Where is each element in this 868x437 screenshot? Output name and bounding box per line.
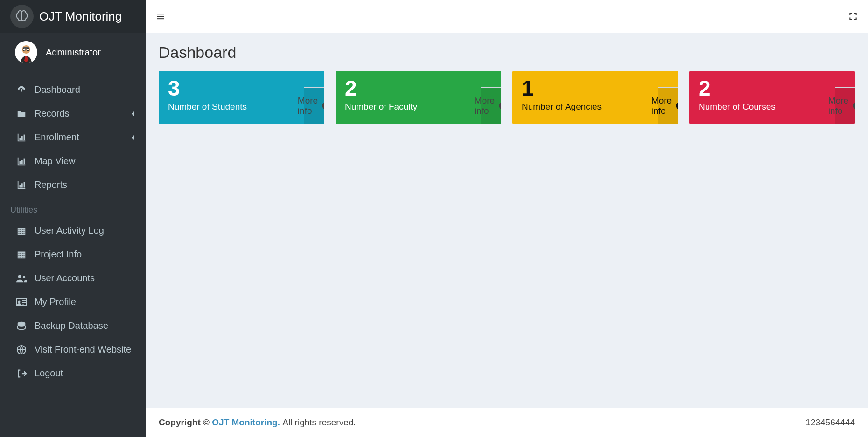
stat-value: 3 (168, 77, 315, 99)
svg-rect-12 (24, 134, 25, 140)
building-icon (16, 250, 27, 260)
footer-brand[interactable]: OJT Monitoring. (212, 417, 280, 427)
stat-label: Number of Agencies (522, 102, 669, 112)
sidebar-item-label: Enrollment (35, 132, 79, 143)
dashboard-icon (16, 85, 27, 95)
footer-left: Copyright © OJT Monitoring. All rights r… (159, 417, 356, 428)
stat-more-info-link[interactable]: More info (835, 87, 855, 124)
svg-rect-14 (21, 160, 23, 164)
arrow-circle-right-icon (675, 101, 678, 111)
brain-icon (10, 5, 34, 28)
database-icon (16, 321, 27, 331)
stat-label: Number of Courses (699, 102, 846, 112)
sidebar-item-label: Records (35, 108, 69, 119)
stat-link-text: More info (828, 96, 848, 116)
svg-rect-24 (22, 302, 26, 303)
svg-rect-10 (19, 138, 21, 140)
globe-icon (16, 345, 27, 355)
app-logo[interactable]: OJT Monitoring (0, 0, 146, 33)
stat-value: 2 (345, 77, 492, 99)
stat-more-info-link[interactable]: More info (658, 87, 678, 124)
svg-rect-18 (24, 182, 25, 187)
sidebar-menu: Dashboard Records Enrollment Map View Re… (0, 73, 146, 385)
svg-point-22 (18, 300, 21, 303)
sidebar-item-dashboard[interactable]: Dashboard (0, 78, 146, 102)
sidebar-item-label: Visit Front-end Website (35, 344, 131, 355)
stat-label: Number of Faculty (345, 102, 492, 112)
chevron-left-icon (131, 134, 135, 141)
svg-point-7 (27, 48, 29, 51)
svg-rect-1 (157, 16, 164, 17)
stat-value: 1 (522, 77, 669, 99)
expand-icon (848, 12, 858, 21)
id-card-icon (16, 297, 27, 307)
svg-rect-11 (21, 136, 23, 140)
sidebar-section-utilities: Utilities (0, 197, 146, 219)
sidebar-item-user-activity-log[interactable]: User Activity Log (0, 219, 146, 243)
svg-point-31 (853, 102, 855, 110)
user-panel: Administrator (5, 33, 141, 73)
stat-box-faculty: 2 Number of Faculty More info (336, 71, 501, 124)
content: 3 Number of Students More info 2 Number … (146, 67, 868, 128)
stat-more-info-link[interactable]: More info (304, 87, 324, 124)
footer: Copyright © OJT Monitoring. All rights r… (146, 408, 868, 437)
stat-label: Number of Students (168, 102, 315, 112)
sidebar-item-label: User Accounts (35, 273, 95, 284)
arrow-circle-right-icon (852, 101, 855, 111)
stat-box-agencies: 1 Number of Agencies More info (512, 71, 678, 124)
sidebar-item-label: Reports (35, 180, 67, 190)
sidebar-item-logout[interactable]: Logout (0, 361, 146, 385)
stat-box-courses: 2 Number of Courses More info (689, 71, 855, 124)
content-wrapper: Dashboard 3 Number of Students More info… (146, 33, 868, 408)
svg-rect-16 (19, 185, 21, 188)
svg-rect-17 (21, 183, 23, 187)
sidebar-item-user-accounts[interactable]: User Accounts (0, 266, 146, 290)
sidebar-item-visit-frontend[interactable]: Visit Front-end Website (0, 338, 146, 361)
sidebar-item-label: My Profile (35, 297, 76, 307)
stat-value: 2 (699, 77, 846, 99)
sidebar-toggle-button[interactable] (156, 0, 165, 33)
bar-chart-icon (16, 156, 27, 166)
sidebar-item-reports[interactable]: Reports (0, 173, 146, 197)
page-title: Dashboard (159, 43, 855, 62)
stats-row: 3 Number of Students More info 2 Number … (159, 71, 855, 124)
arrow-circle-right-icon (498, 101, 501, 111)
sidebar-item-project-info[interactable]: Project Info (0, 243, 146, 266)
folder-icon (16, 109, 27, 119)
chevron-left-icon (131, 111, 135, 117)
sidebar-item-map-view[interactable]: Map View (0, 149, 146, 173)
footer-rights: All rights reserved. (282, 417, 356, 427)
sidebar-item-records[interactable]: Records (0, 102, 146, 125)
svg-point-6 (23, 48, 26, 51)
user-avatar-icon (15, 41, 37, 63)
users-icon (16, 273, 27, 284)
stat-link-text: More info (475, 96, 495, 116)
sidebar: Administrator Dashboard Records Enrollme… (0, 33, 146, 437)
content-header: Dashboard (146, 33, 868, 67)
svg-rect-2 (157, 18, 164, 19)
building-icon (16, 226, 27, 236)
svg-rect-25 (22, 304, 24, 305)
stat-link-text: More info (298, 96, 318, 116)
footer-version: 1234564444 (805, 417, 855, 428)
sidebar-item-label: Backup Database (35, 320, 108, 331)
svg-point-30 (676, 102, 678, 110)
sidebar-item-my-profile[interactable]: My Profile (0, 290, 146, 314)
user-name: Administrator (46, 47, 101, 58)
svg-rect-0 (157, 14, 164, 14)
stat-link-text: More info (651, 96, 672, 116)
svg-rect-23 (22, 300, 26, 301)
stat-more-info-link[interactable]: More info (481, 87, 501, 124)
svg-point-20 (23, 276, 26, 278)
svg-rect-13 (19, 161, 21, 164)
bar-chart-icon (16, 180, 27, 190)
svg-rect-15 (24, 158, 25, 164)
header: OJT Monitoring (0, 0, 868, 33)
svg-point-19 (18, 275, 21, 278)
sidebar-item-backup-database[interactable]: Backup Database (0, 314, 146, 338)
sidebar-item-enrollment[interactable]: Enrollment (0, 125, 146, 149)
sidebar-item-label: Project Info (35, 249, 82, 260)
fullscreen-button[interactable] (848, 0, 858, 33)
bar-chart-icon (16, 132, 27, 143)
sign-out-icon (16, 368, 27, 379)
